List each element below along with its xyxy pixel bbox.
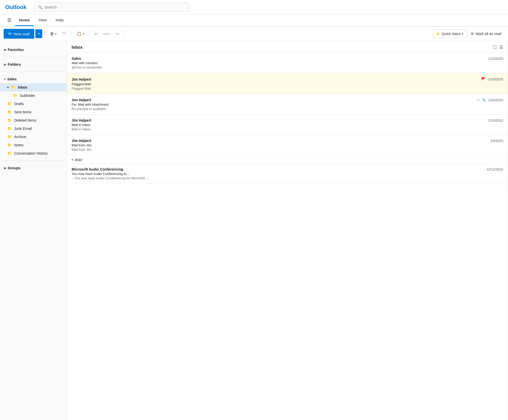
sidebar-divider-1 xyxy=(3,57,64,57)
sidebar-folders-header[interactable]: ▶ Folders xyxy=(0,60,67,69)
select-all-icon[interactable]: ☐ xyxy=(493,45,497,50)
email-subject-2: Flagged Mail xyxy=(72,82,503,86)
sidebar-favorites-section: ▶ Favorites xyxy=(0,44,67,55)
sidebar-item-conversation-history[interactable]: 📁 Conversation History xyxy=(0,149,67,157)
email-subject-4: Mail in Inbox xyxy=(72,123,503,127)
sidebar-item-subfolder[interactable]: 📁 Subfolder xyxy=(0,91,67,100)
email-item-2[interactable]: Jim Halpert 🚩 1/10/2023 Flagged Mail Fla… xyxy=(67,73,508,94)
separator-3 xyxy=(89,30,89,37)
email-item-3[interactable]: Jim Halpert ↪ 📎 1/10/2023 Fw: Mail with … xyxy=(67,94,508,115)
hamburger-button[interactable]: ☰ xyxy=(4,14,15,26)
forward-icon: ↪ xyxy=(116,31,119,36)
delete-icon: 🗑 xyxy=(50,31,54,36)
tab-view[interactable]: View xyxy=(35,15,51,26)
tab-home[interactable]: Home xyxy=(15,15,34,26)
group-header-2022[interactable]: ▾ 2022 xyxy=(67,155,508,164)
sidebar-sent-items-label: Sent Items xyxy=(14,110,31,114)
sidebar-junk-email-label: Junk Email xyxy=(14,127,32,131)
move-dropdown-icon: ▾ xyxy=(83,32,84,36)
sidebar-favorites-label: Favorites xyxy=(8,48,24,52)
sidebar-folders-label: Folders xyxy=(8,62,21,66)
email-date-1: 1/13/2023 xyxy=(488,57,503,61)
quick-steps-icon: ⚡ xyxy=(436,32,440,36)
inbox-header-icons: ☐ ☰ xyxy=(493,45,503,50)
junk-email-folder-icon: 📁 xyxy=(7,126,12,131)
group-2022-chevron-icon: ▾ xyxy=(72,158,73,162)
separator-2 xyxy=(71,30,72,37)
email-item-1[interactable]: Sales 1/13/2023 Mail with mention @Pam i… xyxy=(67,53,508,73)
sidebar-divider-2 xyxy=(3,72,64,72)
email-date-2: 1/10/2023 xyxy=(488,77,503,81)
separator-1 xyxy=(45,30,45,37)
shield-icon: 🛡 xyxy=(62,31,66,36)
email-sender-5: Jim Halpert xyxy=(72,139,91,143)
sidebar-item-junk-email[interactable]: 📁 Junk Email xyxy=(0,124,67,133)
reply-all-icon: ↩↩ xyxy=(103,31,110,36)
sidebar-item-sent-items[interactable]: 📁 Sent Items xyxy=(0,108,67,116)
group-2022-label: 2022 xyxy=(75,158,82,162)
delete-button[interactable]: 🗑 ▾ xyxy=(48,30,59,38)
quick-steps-button[interactable]: ⚡ Quick steps ▾ xyxy=(432,30,467,38)
email-item-5[interactable]: Jim Halpert 1/9/2023 Mail from Jim Mail … xyxy=(67,135,508,155)
search-bar[interactable]: 🔍 xyxy=(34,3,189,12)
folders-chevron-icon: ▶ xyxy=(4,63,6,66)
search-input[interactable] xyxy=(45,5,185,9)
delete-dropdown-icon: ▾ xyxy=(55,32,57,36)
tab-help[interactable]: Help xyxy=(52,15,68,26)
sidebar-item-deleted-items[interactable]: 📁 Deleted Items xyxy=(0,116,67,124)
email-preview-3: No preview is available. xyxy=(72,107,195,111)
drafts-folder-icon: 📁 xyxy=(7,102,12,106)
email-preview-2: Flagged Mail xyxy=(72,87,195,90)
sidebar-item-drafts[interactable]: 📁 Drafts xyxy=(0,100,67,108)
email-row1-2: Jim Halpert 🚩 1/10/2023 xyxy=(72,77,503,82)
sidebar-drafts-label: Drafts xyxy=(14,102,24,106)
sidebar-groups-header[interactable]: ▶ Groups xyxy=(0,164,67,172)
email-row1-2022: Microsoft Audio Conferencing 12/12/2022 xyxy=(72,167,503,171)
app-header: Outlook 🔍 xyxy=(0,0,508,14)
email-item-2022[interactable]: Microsoft Audio Conferencing 12/12/2022 … xyxy=(67,164,508,184)
main-layout: ▶ Favorites ▶ Folders ▾ Sales ▾ 📁 Inbox xyxy=(0,41,508,420)
email-date-2022: 12/12/2022 xyxy=(486,167,503,171)
sidebar-deleted-items-label: Deleted Items xyxy=(14,118,36,122)
inbox-title: Inbox xyxy=(72,45,83,50)
email-item-4[interactable]: Jim Halpert 1/10/2023 Mail in Inbox Mail… xyxy=(67,115,508,135)
subfolder-folder-icon: 📁 xyxy=(13,93,18,98)
sidebar-item-notes[interactable]: 📁 Notes xyxy=(0,141,67,149)
notes-folder-icon: 📁 xyxy=(7,143,12,147)
forward-button[interactable]: ↪ xyxy=(113,30,121,38)
sidebar-notes-label: Notes xyxy=(14,143,24,147)
sidebar-subfolder-label: Subfolder xyxy=(20,94,35,98)
email-row1-1: Sales 1/13/2023 xyxy=(72,56,503,61)
conversation-history-folder-icon: 📁 xyxy=(7,151,12,156)
sidebar-sales-header[interactable]: ▾ Sales xyxy=(0,75,67,83)
sidebar-groups-label: Groups xyxy=(8,166,21,170)
reply-all-button[interactable]: ↩↩ xyxy=(101,30,112,38)
new-mail-dropdown-button[interactable]: ▾ xyxy=(35,29,42,38)
move-button[interactable]: 📋 ▾ xyxy=(74,30,87,38)
sidebar-item-archive[interactable]: 📁 Archive xyxy=(0,133,67,141)
email-sender-3: Jim Halpert xyxy=(72,98,91,102)
sidebar-item-inbox[interactable]: ▾ 📁 Inbox xyxy=(0,83,67,91)
quick-steps-dropdown-icon: ▾ xyxy=(462,32,463,36)
action-bar: ✉ New mail ▾ 🗑 ▾ 🛡 📋 ▾ ↩ ↩↩ ↪ ⚡ Quick st… xyxy=(0,27,508,41)
deleted-items-folder-icon: 📁 xyxy=(7,118,12,123)
email-sender-1: Sales xyxy=(72,56,81,61)
sidebar: ▶ Favorites ▶ Folders ▾ Sales ▾ 📁 Inbox xyxy=(0,41,67,420)
attachment-icon-3: 📎 xyxy=(482,98,486,102)
move-icon: 📋 xyxy=(77,31,82,36)
nav-tabs: Home View Help xyxy=(15,15,68,26)
mark-all-icon: ✉ xyxy=(471,32,474,36)
mark-all-read-button[interactable]: ✉ Mark all as read xyxy=(468,30,504,38)
quick-steps-label: Quick steps xyxy=(442,32,460,36)
shield-button[interactable]: 🛡 xyxy=(60,30,69,38)
inbox-header: Inbox ☐ ☰ xyxy=(67,41,508,53)
sent-items-folder-icon: 📁 xyxy=(7,110,12,114)
sidebar-favorites-header[interactable]: ▶ Favorites xyxy=(0,46,67,54)
new-mail-button[interactable]: ✉ New mail xyxy=(4,29,34,39)
email-sender-2022: Microsoft Audio Conferencing xyxy=(72,167,123,171)
reply-button[interactable]: ↩ xyxy=(92,30,100,38)
filter-icon[interactable]: ☰ xyxy=(499,45,503,50)
sidebar-divider-3 xyxy=(3,161,64,161)
reply-icon: ↩ xyxy=(94,31,98,36)
sidebar-sales-label: Sales xyxy=(7,77,17,81)
